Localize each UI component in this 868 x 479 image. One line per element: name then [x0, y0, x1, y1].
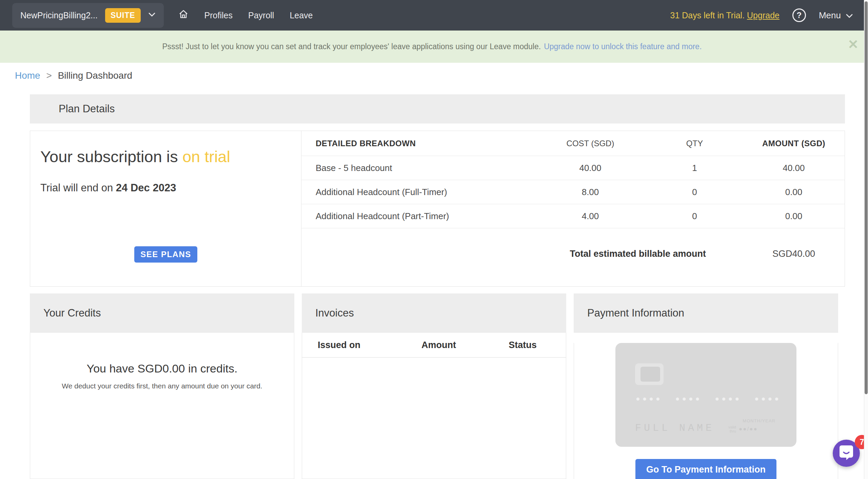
- breadcrumb: Home > Billing Dashboard: [15, 70, 132, 81]
- chevron-down-icon: [148, 12, 156, 18]
- leave-module-banner: Pssst! Just to let you know you can set …: [0, 31, 864, 63]
- col-header-issued-on: Issued on: [302, 340, 398, 350]
- credits-note: We deduct your credits first, then any a…: [62, 382, 262, 390]
- total-label: Total estimated billable amount: [301, 249, 743, 259]
- row-amount: 0.00: [743, 211, 845, 222]
- card-expiry-value: ●●/●●: [739, 426, 758, 433]
- close-icon[interactable]: ✕: [848, 38, 859, 51]
- invoices-card: Invoices Issued on Amount Status: [302, 293, 566, 479]
- col-header-amount: Amount: [398, 340, 479, 350]
- plan-details-header: Plan Details: [30, 94, 845, 123]
- subscription-headline: Your subscription is on trial: [40, 147, 230, 166]
- card-holder-name: FULL NAME: [635, 422, 714, 434]
- row-label: Additional Headcount (Part-Timer): [301, 211, 534, 222]
- home-icon[interactable]: [178, 9, 189, 21]
- invoices-card-header: Invoices: [302, 293, 566, 333]
- card-number-group: ●●●●: [754, 395, 781, 403]
- nav-right: 31 Days left in Trial. Upgrade ? Menu: [670, 8, 853, 22]
- chevron-down-icon: [846, 10, 853, 21]
- chat-bubble-icon: [839, 445, 854, 462]
- subscription-headline-prefix: Your subscription is: [40, 148, 182, 166]
- scrollbar-thumb[interactable]: [865, 1, 868, 394]
- col-header-qty: QTY: [646, 139, 743, 148]
- menu-button[interactable]: Menu: [819, 10, 853, 21]
- help-icon[interactable]: ?: [792, 8, 806, 22]
- credits-headline: You have SGD0.00 in credits.: [87, 362, 238, 375]
- row-cost: 4.00: [534, 211, 646, 222]
- nav-link-leave[interactable]: Leave: [290, 11, 313, 20]
- see-plans-button[interactable]: SEE PLANS: [134, 246, 197, 263]
- credits-card: Your Credits You have SGD0.00 in credits…: [30, 293, 294, 479]
- row-qty: 1: [646, 163, 743, 173]
- credit-card-placeholder: ●●●● ●●●● ●●●● ●●●● FULL NAME MONTH/YEAR…: [615, 343, 796, 447]
- nav-link-payroll[interactable]: Payroll: [248, 11, 274, 20]
- col-header-status: Status: [479, 340, 566, 350]
- total-row: Total estimated billable amount SGD40.00: [301, 249, 845, 259]
- card-number-dots: ●●●● ●●●● ●●●● ●●●●: [636, 395, 781, 403]
- card-thru-label: thru: [730, 429, 736, 433]
- nav-link-profiles[interactable]: Profiles: [204, 11, 233, 20]
- card-chip: [635, 363, 664, 385]
- col-header-amount: AMOUNT (SGD): [743, 139, 845, 148]
- total-area: Total estimated billable amount SGD40.00: [301, 228, 845, 286]
- row-qty: 0: [646, 211, 743, 222]
- card-valid-label: valid: [728, 425, 736, 429]
- menu-label: Menu: [819, 10, 841, 21]
- plan-details-title: Plan Details: [59, 103, 115, 115]
- banner-message: Pssst! Just to let you know you can set …: [162, 42, 541, 51]
- card-expiry-row: valid thru ●●/●●: [728, 425, 775, 433]
- trial-end-line: Trial will end on 24 Dec 2023: [40, 182, 176, 194]
- row-label: Additional Headcount (Full-Timer): [301, 187, 534, 197]
- card-expiry-block: MONTH/YEAR valid thru ●●/●●: [728, 418, 775, 433]
- trial-countdown-text: 31 Days left in Trial.: [670, 11, 745, 20]
- card-chip-inner: [640, 367, 660, 382]
- card-number-group: ●●●●: [675, 395, 702, 403]
- nav-links: Profiles Payroll Leave: [178, 9, 313, 21]
- row-qty: 0: [646, 187, 743, 197]
- credits-title: Your Credits: [43, 307, 101, 319]
- trial-countdown: 31 Days left in Trial. Upgrade: [670, 11, 780, 20]
- breadcrumb-home-link[interactable]: Home: [15, 70, 40, 81]
- table-row: Base - 5 headcount 40.00 1 40.00: [301, 156, 845, 180]
- payment-card-header: Payment Information: [574, 293, 838, 333]
- payment-body: ●●●● ●●●● ●●●● ●●●● FULL NAME MONTH/YEAR…: [574, 343, 838, 479]
- card-valid-thru-label: valid thru: [728, 425, 736, 433]
- breadcrumb-current: Billing Dashboard: [58, 70, 132, 81]
- trial-end-prefix: Trial will end on: [40, 182, 116, 194]
- subscription-card: Your subscription is on trial Trial will…: [30, 131, 301, 286]
- card-month-year-label: MONTH/YEAR: [728, 418, 775, 423]
- company-switcher[interactable]: NewPricingBilling2... SUITE: [12, 3, 164, 28]
- suite-badge: SUITE: [105, 8, 141, 23]
- payment-title: Payment Information: [587, 307, 684, 319]
- row-amount: 0.00: [743, 187, 845, 197]
- subscription-status: on trial: [182, 148, 230, 166]
- table-row: Additional Headcount (Part-Timer) 4.00 0…: [301, 204, 845, 228]
- card-number-group: ●●●●: [715, 395, 742, 403]
- breakdown-header-row: DETAILED BREAKDOWN COST (SGD) QTY AMOUNT…: [301, 131, 845, 156]
- col-header-item: DETAILED BREAKDOWN: [301, 139, 534, 148]
- row-cost: 8.00: [534, 187, 646, 197]
- detailed-breakdown-table: DETAILED BREAKDOWN COST (SGD) QTY AMOUNT…: [301, 131, 845, 286]
- total-value: SGD40.00: [743, 249, 845, 259]
- go-to-payment-information-button[interactable]: Go To Payment Information: [635, 459, 776, 479]
- credits-body: You have SGD0.00 in credits. We deduct y…: [30, 333, 294, 479]
- company-name: NewPricingBilling2...: [20, 11, 98, 20]
- top-navbar: NewPricingBilling2... SUITE Profiles Pay…: [0, 0, 868, 31]
- breadcrumb-separator: >: [46, 70, 52, 81]
- col-header-cost: COST (SGD): [534, 139, 646, 148]
- invoices-body: Issued on Amount Status: [302, 333, 566, 479]
- trial-end-date: 24 Dec 2023: [116, 182, 176, 194]
- row-label: Base - 5 headcount: [301, 163, 534, 173]
- banner-upgrade-link[interactable]: Upgrade now to unlock this feature and m…: [544, 42, 702, 51]
- invoices-header-row: Issued on Amount Status: [302, 333, 566, 358]
- table-row: Additional Headcount (Full-Timer) 8.00 0…: [301, 180, 845, 204]
- row-cost: 40.00: [534, 163, 646, 173]
- upgrade-link[interactable]: Upgrade: [747, 11, 780, 20]
- page-scrollbar[interactable]: [864, 0, 868, 479]
- credits-card-header: Your Credits: [30, 293, 294, 333]
- invoices-title: Invoices: [315, 307, 354, 319]
- payment-card: Payment Information ●●●● ●●●● ●●●● ●●●● …: [574, 293, 838, 479]
- card-number-group: ●●●●: [636, 395, 663, 403]
- plan-details-panel: Your subscription is on trial Trial will…: [30, 131, 845, 287]
- row-amount: 40.00: [743, 163, 845, 173]
